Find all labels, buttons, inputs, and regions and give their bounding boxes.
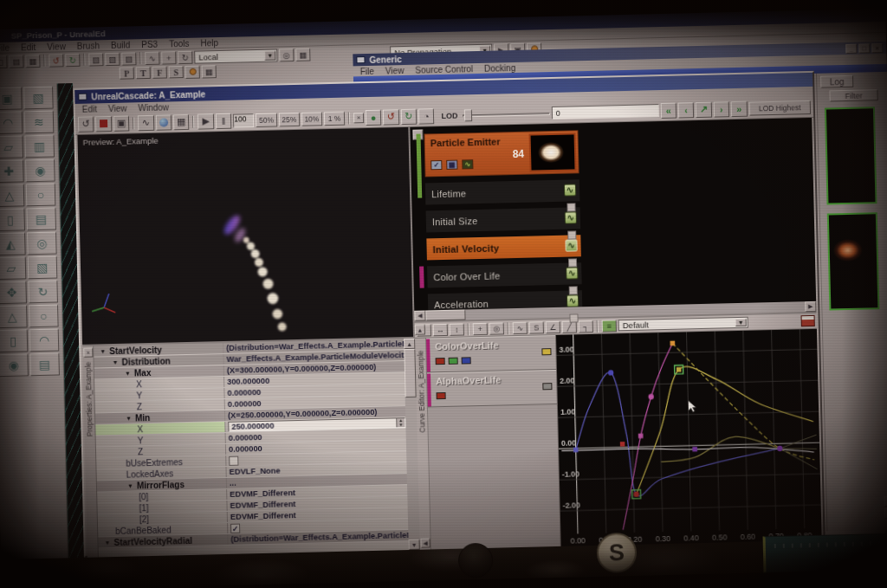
scroll-up-icon[interactable]: ▲ <box>415 325 425 335</box>
save-icon[interactable]: ▦ <box>25 54 40 67</box>
pause-icon[interactable]: ‖ <box>216 113 232 128</box>
redo-icon[interactable]: ↻ <box>400 108 417 124</box>
close-button[interactable]: × <box>871 42 883 52</box>
curve-graph[interactable]: 3.002.001.000.00-1.00-2.000.000.100.200.… <box>556 329 822 546</box>
play-icon[interactable]: ▶ <box>197 113 214 129</box>
cube-icon[interactable]: ▧ <box>88 53 103 66</box>
channel-swatch[interactable] <box>436 358 445 365</box>
fit-h-icon[interactable]: ↔ <box>433 323 448 335</box>
preview-viewport[interactable]: Preview: A_Example <box>77 127 415 345</box>
menu-item-tools[interactable]: Tools <box>169 38 190 48</box>
orb-icon[interactable] <box>155 114 172 130</box>
nav-next-icon[interactable]: › <box>713 101 729 117</box>
toolbox-move-icon[interactable]: ✥ <box>0 281 27 304</box>
search-icon[interactable]: ◎ <box>279 48 294 61</box>
channel-swatch[interactable] <box>462 357 471 364</box>
property-checkbox[interactable] <box>229 456 238 465</box>
cube-icon[interactable]: ▧ <box>121 52 136 65</box>
emitter-burst-icon[interactable]: ▦ <box>446 160 457 170</box>
expander-icon[interactable]: ▼ <box>126 482 134 488</box>
expander-icon[interactable]: ▼ <box>112 359 120 365</box>
toolbox-stairs-icon[interactable]: ▤ <box>26 208 56 231</box>
toolbox-stairs-icon[interactable]: ▤ <box>29 352 60 376</box>
lod-value-field[interactable]: 0 <box>552 104 659 120</box>
toolbox-cylinder-icon[interactable]: ▯ <box>0 329 28 352</box>
channel-swatch[interactable] <box>437 392 446 399</box>
pane-close-icon[interactable]: × <box>353 113 364 123</box>
pan-icon[interactable]: + <box>473 322 488 334</box>
fit-v-icon[interactable]: ↕ <box>450 323 464 335</box>
scroll-left-icon[interactable]: ◀ <box>414 310 425 320</box>
curve-track-alphaoverlife[interactable]: AlphaOverLife <box>427 370 557 407</box>
expander-icon[interactable]: ▼ <box>125 415 133 421</box>
module-enable-checkbox[interactable] <box>569 313 578 322</box>
flatten-icon[interactable]: ≡ <box>602 320 617 332</box>
property-checkbox[interactable]: ✓ <box>230 523 240 533</box>
tan-break-icon[interactable]: ∠ <box>546 320 560 333</box>
menu-item-window[interactable]: Window <box>138 102 169 113</box>
speed-button-10[interactable]: 10% <box>301 112 323 126</box>
scroll-up-icon[interactable]: ▲ <box>404 339 415 349</box>
curve-icon[interactable]: ∿ <box>145 51 159 64</box>
module-enable-checkbox[interactable] <box>567 230 576 239</box>
menu-item-edit[interactable]: Edit <box>21 42 36 52</box>
lod-highest-button[interactable]: LOD Highest <box>748 100 811 115</box>
coordinate-system-dropdown[interactable]: Local▼ <box>194 48 277 63</box>
collapse-left-icon[interactable]: ◀ <box>420 538 430 547</box>
emitter-enable-checkbox[interactable]: ✓ <box>431 160 442 170</box>
menu-item-brush[interactable]: Brush <box>77 41 100 51</box>
toolbox-tetra-icon[interactable]: ◭ <box>0 232 26 255</box>
record-icon[interactable] <box>95 115 112 131</box>
toolbox-sphere-icon[interactable]: ○ <box>29 304 59 327</box>
grid-icon[interactable]: ▦ <box>173 113 190 129</box>
undo-icon[interactable]: ↺ <box>49 54 63 67</box>
viewport-button-s[interactable]: S <box>169 66 184 78</box>
curve-icon[interactable]: ∿ <box>138 114 154 130</box>
asset-thumbnail[interactable] <box>825 107 877 204</box>
maximize-button[interactable]: □ <box>858 43 870 53</box>
emitter-curve-icon[interactable]: ∿ <box>462 159 473 169</box>
toolbox-sheet-icon[interactable]: ▱ <box>0 135 23 158</box>
menu-item-view[interactable]: View <box>47 42 66 52</box>
asset-thumbnail-particle[interactable] <box>827 212 880 310</box>
translate-icon[interactable]: + <box>161 51 176 64</box>
channel-swatch[interactable] <box>449 358 458 365</box>
speed-button-25[interactable]: 25% <box>278 112 300 126</box>
toolbox-blob-icon[interactable]: ◉ <box>25 159 55 183</box>
module-curve-checkbox[interactable]: ∿ <box>567 294 579 307</box>
module-curve-checkbox[interactable]: ∿ <box>564 184 576 196</box>
realtime-icon[interactable]: ● <box>366 109 382 125</box>
module-curve-checkbox[interactable]: ∿ <box>566 267 578 279</box>
value-spinner[interactable]: ▲▼ <box>396 418 405 427</box>
camera-icon[interactable]: ▣ <box>113 115 130 131</box>
menu-item-help[interactable]: Help <box>200 38 218 48</box>
module-curve-checkbox[interactable]: ∿ <box>565 211 577 223</box>
lock-icon[interactable] <box>185 65 200 78</box>
toolbox-cylinder-icon[interactable]: ▯ <box>0 208 25 231</box>
toolbox-blob-icon[interactable]: ◉ <box>0 353 29 377</box>
toolbox-cone-icon[interactable]: △ <box>0 305 28 328</box>
tan-auto-icon[interactable]: ∿ <box>513 321 528 333</box>
toolbox-sphere-icon[interactable]: ○ <box>26 184 56 207</box>
menu-item-file[interactable]: File <box>0 42 10 52</box>
rotate-icon[interactable]: ↻ <box>178 50 192 63</box>
nav-jump-icon[interactable]: ↗ <box>696 101 712 117</box>
toolbox-camera-icon[interactable]: ▣ <box>0 87 23 110</box>
toolbox-cube-icon[interactable]: ▧ <box>28 256 58 280</box>
module-lifetime[interactable]: Lifetime∿ <box>425 179 580 204</box>
track-visibility-swatch[interactable] <box>542 383 552 390</box>
module-color-over-life[interactable]: Color Over Life∿ <box>427 262 582 288</box>
scroll-up-button[interactable]: ▲ <box>884 496 887 507</box>
clock-icon[interactable]: ◔ <box>418 108 435 124</box>
tab-log[interactable]: Log <box>820 75 853 88</box>
menu-item-file[interactable]: File <box>360 66 374 75</box>
menu-item-build[interactable]: Build <box>111 40 131 50</box>
viewport-button-f[interactable]: F <box>152 66 167 78</box>
speed-button-50[interactable]: 50% <box>256 113 277 127</box>
module-enable-checkbox[interactable] <box>567 203 575 211</box>
toolbox-sheet-icon[interactable]: ▱ <box>0 256 26 280</box>
nav-last-icon[interactable]: » <box>731 100 748 116</box>
menu-item-edit[interactable]: Edit <box>82 104 97 113</box>
toolbox-rotate-icon[interactable]: ↻ <box>28 280 58 303</box>
scroll-right-icon[interactable]: ▶ <box>805 301 816 312</box>
